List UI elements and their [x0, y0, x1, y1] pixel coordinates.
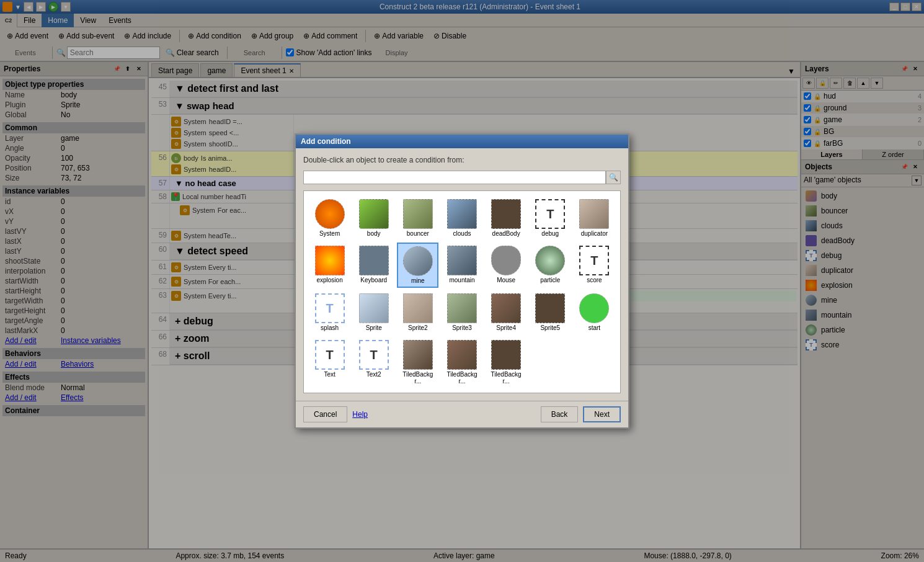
- deadbody-grid-icon: [491, 199, 521, 229]
- modal-instruction: Double-click an object to create a condi…: [303, 156, 621, 164]
- modal-left-btns: Cancel Help: [303, 406, 368, 422]
- grid-item-sprite5[interactable]: Sprite5: [530, 290, 571, 334]
- add-condition-modal: Add condition Double-click an object to …: [295, 133, 629, 429]
- system-grid-icon: [315, 199, 345, 229]
- grid-item-keyboard[interactable]: Keyboard: [353, 243, 394, 288]
- text-grid-icon: T: [315, 340, 345, 370]
- grid-item-mountain[interactable]: mountain: [441, 243, 482, 288]
- grid-item-clouds[interactable]: clouds: [441, 196, 482, 240]
- grid-item-text[interactable]: T Text: [309, 337, 350, 388]
- text2-grid-icon: T: [359, 340, 389, 370]
- sprite2-grid-icon: [403, 293, 433, 323]
- explosion-grid-icon: [315, 246, 345, 275]
- modal-search: 🔍: [303, 171, 621, 184]
- sprite-grid-icon: [359, 293, 389, 323]
- modal-body: Double-click an object to create a condi…: [296, 148, 628, 401]
- grid-item-score[interactable]: T score: [574, 243, 615, 288]
- grid-item-tiled3[interactable]: TiledBackgr...: [486, 337, 527, 388]
- grid-item-particle[interactable]: particle: [530, 243, 571, 288]
- sprite5-grid-icon: [535, 293, 565, 323]
- splash-grid-icon: T: [315, 293, 345, 323]
- sprite3-grid-icon: [447, 293, 477, 323]
- start-grid-icon: [579, 293, 609, 323]
- mountain-grid-icon: [447, 246, 477, 275]
- grid-item-body[interactable]: body: [353, 196, 394, 240]
- tiled3-grid-icon: [491, 340, 521, 370]
- clouds-grid-icon: [447, 199, 477, 229]
- grid-item-sprite3[interactable]: Sprite3: [441, 290, 482, 334]
- score-grid-icon: T: [579, 246, 609, 275]
- grid-item-bouncer[interactable]: bouncer: [397, 196, 438, 240]
- grid-item-debug[interactable]: T debug: [530, 196, 571, 240]
- mouse-grid-icon: [491, 246, 521, 275]
- modal-title: Add condition: [301, 137, 351, 146]
- tiled2-grid-icon: [447, 340, 477, 370]
- modal-right-btns: Back Next: [541, 406, 621, 422]
- grid-item-tiled2[interactable]: TiledBackgr...: [441, 337, 482, 388]
- grid-item-mine[interactable]: mine: [397, 243, 438, 288]
- help-link[interactable]: Help: [352, 406, 368, 422]
- modal-overlay: Add condition Double-click an object to …: [0, 0, 924, 562]
- modal-search-btn[interactable]: 🔍: [606, 171, 621, 184]
- modal-footer: Cancel Help Back Next: [296, 401, 628, 427]
- grid-item-mouse[interactable]: Mouse: [486, 243, 527, 288]
- body-grid-icon: [359, 199, 389, 229]
- object-grid: System body bouncer clouds: [303, 190, 621, 393]
- grid-item-sprite4[interactable]: Sprite4: [486, 290, 527, 334]
- grid-item-system[interactable]: System: [309, 196, 350, 240]
- mine-grid-icon: [403, 246, 433, 276]
- next-btn[interactable]: Next: [583, 406, 621, 422]
- grid-item-duplicator[interactable]: duplicator: [574, 196, 615, 240]
- grid-item-sprite2[interactable]: Sprite2: [397, 290, 438, 334]
- grid-item-sprite[interactable]: Sprite: [353, 290, 394, 334]
- grid-item-explosion[interactable]: explosion: [309, 243, 350, 288]
- tiled1-grid-icon: [403, 340, 433, 370]
- cancel-btn[interactable]: Cancel: [303, 406, 347, 422]
- grid-item-splash[interactable]: T splash: [309, 290, 350, 334]
- modal-titlebar: Add condition: [296, 135, 628, 148]
- grid-item-start[interactable]: start: [574, 290, 615, 334]
- keyboard-grid-icon: [359, 246, 389, 275]
- modal-search-input[interactable]: [303, 171, 606, 184]
- particle-grid-icon: [535, 246, 565, 275]
- grid-item-text2[interactable]: T Text2: [353, 337, 394, 388]
- back-btn[interactable]: Back: [541, 406, 579, 422]
- grid-item-tiled1[interactable]: TiledBackgr...: [397, 337, 438, 388]
- sprite4-grid-icon: [491, 293, 521, 323]
- duplicator-grid-icon: [579, 199, 609, 229]
- grid-item-deadbody[interactable]: deadBody: [486, 196, 527, 240]
- bouncer-grid-icon: [403, 199, 433, 229]
- debug-grid-icon: T: [535, 199, 565, 229]
